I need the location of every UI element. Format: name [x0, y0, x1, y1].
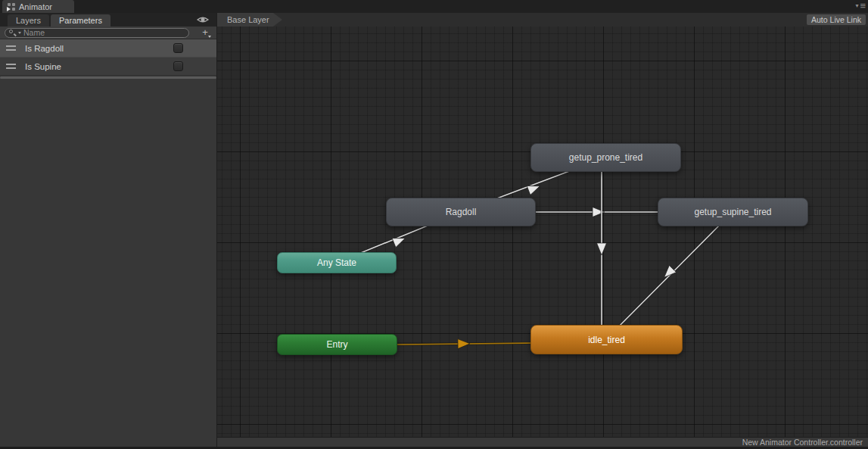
- auto-live-link-button[interactable]: Auto Live Link: [807, 14, 866, 25]
- drag-handle-icon[interactable]: [6, 64, 16, 69]
- add-parameter-caret-icon: [208, 36, 211, 38]
- breadcrumb-base-layer[interactable]: Base Layer: [217, 13, 282, 27]
- transition-arrow-icon[interactable]: [597, 243, 607, 255]
- drag-handle-icon[interactable]: [6, 45, 16, 51]
- search-placeholder: Name: [23, 28, 45, 37]
- controller-name: New Animator Controller.controller: [742, 438, 863, 447]
- status-bar: New Animator Controller.controller: [217, 437, 868, 447]
- parameter-checkbox[interactable]: [173, 61, 183, 71]
- breadcrumb-bar: Base Layer Auto Live Link: [217, 13, 868, 27]
- window-titlebar: Animator ▾≡: [0, 0, 868, 13]
- search-filter-caret-icon: [18, 32, 21, 34]
- parameter-checkbox[interactable]: [173, 43, 183, 53]
- state-node-getup_supine_tired[interactable]: getup_supine_tired: [658, 198, 808, 226]
- state-node-idle_tired[interactable]: idle_tired: [530, 325, 683, 354]
- state-node-entry[interactable]: Entry: [277, 334, 397, 355]
- parameter-label: Is Supine: [25, 62, 173, 71]
- parameter-row-is-supine[interactable]: Is Supine: [0, 58, 216, 76]
- window-menu-icon[interactable]: ▾≡: [855, 1, 866, 11]
- state-node-any_state[interactable]: Any State: [277, 252, 397, 273]
- animator-tab-icon: [8, 3, 15, 11]
- tab-layers[interactable]: Layers: [8, 14, 49, 27]
- parameter-toolbar: Name +: [0, 27, 216, 39]
- transition-arrow-icon[interactable]: [458, 338, 470, 348]
- search-icon: [9, 30, 16, 36]
- add-parameter-button[interactable]: +: [198, 27, 212, 39]
- hamburger-icon: ≡: [860, 1, 866, 11]
- animator-tab-title: Animator: [19, 2, 52, 11]
- transition-edges: [217, 27, 868, 437]
- state-node-ragdoll[interactable]: Ragdoll: [386, 198, 536, 226]
- transition-getup_supine_tired-to-idle_tired[interactable]: [606, 212, 733, 339]
- dropdown-caret-icon: ▾: [855, 1, 858, 11]
- tab-parameters[interactable]: Parameters: [51, 14, 110, 27]
- parameters-panel: Layers Parameters Name + Is Ragdoll Is S…: [0, 13, 217, 447]
- search-input[interactable]: Name: [5, 28, 189, 38]
- parameter-row-is-ragdoll[interactable]: Is Ragdoll: [0, 39, 216, 58]
- eye-icon[interactable]: [197, 15, 209, 24]
- panel-tab-bar: Layers Parameters: [0, 13, 216, 27]
- parameter-label: Is Ragdoll: [25, 44, 173, 53]
- parameter-list: Is Ragdoll Is Supine: [0, 39, 216, 79]
- animator-window-tab[interactable]: Animator: [2, 0, 74, 13]
- state-node-getup_prone_tired[interactable]: getup_prone_tired: [530, 143, 681, 172]
- transition-arrow-icon[interactable]: [661, 265, 677, 281]
- list-end-divider: [0, 76, 216, 79]
- animator-canvas: Base Layer Auto Live Link getup_prone_ti…: [217, 13, 868, 447]
- state-machine-graph[interactable]: getup_prone_tiredRagdollgetup_supine_tir…: [217, 27, 868, 437]
